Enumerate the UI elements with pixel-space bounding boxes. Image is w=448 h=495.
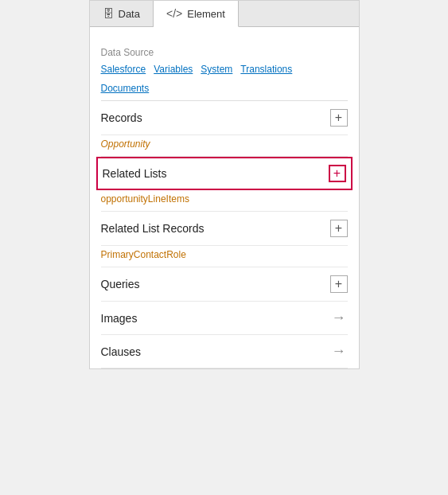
records-sub-item: Opportunity	[101, 135, 348, 157]
related-list-records-label: Related List Records	[101, 222, 205, 235]
related-lists-add-button[interactable]: +	[329, 165, 346, 182]
ds-tab-system[interactable]: System	[201, 64, 232, 75]
clauses-section: Clauses →	[101, 335, 348, 368]
records-add-button[interactable]: +	[330, 109, 348, 127]
related-list-records-sub-item: PrimaryContactRole	[101, 246, 348, 267]
images-row: Images →	[101, 302, 348, 335]
queries-add-button[interactable]: +	[330, 275, 348, 293]
related-lists-label: Related Lists	[103, 167, 167, 180]
records-section: Records + Opportunity	[101, 101, 348, 157]
clauses-arrow-button[interactable]: →	[330, 343, 348, 360]
ds-tab-salesforce[interactable]: Salesforce	[101, 64, 146, 75]
records-row: Records +	[101, 101, 348, 135]
tab-data-label: Data	[119, 8, 140, 20]
section-title: Data Source	[101, 47, 154, 58]
queries-label: Queries	[101, 278, 140, 290]
panel-body: Data Source Salesforce Variables System …	[90, 27, 359, 368]
related-lists-section: Related Lists + opportunityLineItems	[101, 157, 348, 212]
tab-element-label: Element	[187, 8, 225, 20]
datasource-tabs: Salesforce Variables System Translations…	[101, 64, 348, 101]
ds-tab-translations[interactable]: Translations	[240, 64, 292, 75]
images-label: Images	[101, 312, 138, 325]
records-label: Records	[101, 111, 142, 124]
clauses-row: Clauses →	[101, 335, 348, 368]
panel-tabs: 🗄 Data </> Element	[90, 1, 359, 27]
related-list-records-add-button[interactable]: +	[330, 220, 348, 237]
related-list-records-section: Related List Records + PrimaryContactRol…	[101, 212, 348, 267]
tab-data[interactable]: 🗄 Data	[90, 1, 154, 26]
related-lists-sub-item: opportunityLineItems	[101, 190, 348, 212]
related-list-records-row: Related List Records +	[101, 212, 348, 246]
element-icon: </>	[166, 7, 182, 20]
images-arrow-button[interactable]: →	[330, 310, 348, 326]
queries-section: Queries +	[101, 267, 348, 302]
images-section: Images →	[101, 302, 348, 335]
main-panel: 🗄 Data </> Element Data Source Salesforc…	[89, 0, 360, 369]
ds-tab-variables[interactable]: Variables	[154, 64, 193, 75]
clauses-label: Clauses	[101, 345, 142, 358]
related-lists-row: Related Lists +	[96, 157, 353, 190]
ds-tab-documents[interactable]: Documents	[101, 83, 150, 94]
data-icon: 🗄	[103, 7, 114, 20]
tab-element[interactable]: </> Element	[154, 1, 239, 27]
queries-row: Queries +	[101, 267, 348, 302]
